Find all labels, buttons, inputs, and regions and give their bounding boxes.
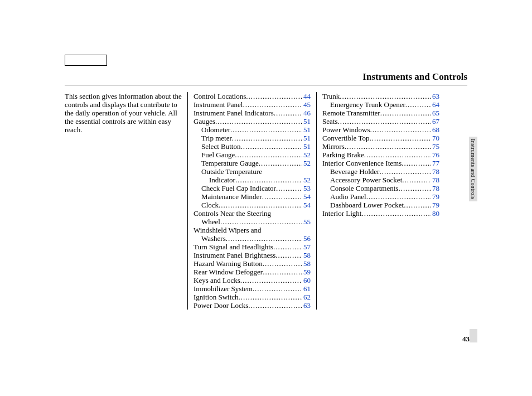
toc-entry[interactable]: Dashboard Lower Pocket79 xyxy=(322,201,439,209)
toc-entry[interactable]: Turn Signal and Headlights57 xyxy=(194,243,311,251)
toc-entry[interactable]: Audio Panel79 xyxy=(322,192,439,201)
toc-page[interactable]: 58 xyxy=(302,251,311,259)
toc-page[interactable]: 79 xyxy=(431,192,439,201)
toc-page[interactable]: 58 xyxy=(302,259,311,268)
toc-entry[interactable]: Keys and Locks60 xyxy=(194,276,311,284)
toc-page[interactable]: 80 xyxy=(431,209,439,218)
toc-entry[interactable]: Seats67 xyxy=(322,117,439,125)
toc-entry[interactable]: Beverage Holder78 xyxy=(322,167,439,176)
toc-entry[interactable]: Trunk63 xyxy=(322,92,439,100)
toc-page[interactable]: 78 xyxy=(431,167,439,176)
toc-entry[interactable]: Ignition Switch62 xyxy=(194,293,311,301)
toc-page[interactable]: 78 xyxy=(431,184,439,192)
toc-leader-dots xyxy=(248,301,302,310)
toc-page[interactable]: 52 xyxy=(302,176,311,184)
toc-page[interactable]: 51 xyxy=(302,134,311,142)
toc-page[interactable]: 52 xyxy=(302,159,311,167)
toc-page[interactable]: 63 xyxy=(302,301,311,310)
toc-label: Odometer xyxy=(201,125,230,134)
toc-leader-dots xyxy=(404,201,431,209)
toc-entry[interactable]: Wheel55 xyxy=(194,218,311,226)
toc-page[interactable]: 53 xyxy=(302,184,311,192)
toc-label: Temperature Gauge xyxy=(201,159,259,167)
toc-page[interactable]: 46 xyxy=(302,109,311,117)
toc-entry[interactable]: Interior Light80 xyxy=(322,209,439,218)
toc-entry[interactable]: Check Fuel Cap Indicator53 xyxy=(194,184,311,192)
toc-entry[interactable]: Console Compartments78 xyxy=(322,184,439,192)
toc-entry[interactable]: Washers56 xyxy=(194,234,311,243)
toc-label: Accessory Power Socket xyxy=(330,176,402,184)
toc-entry[interactable]: Maintenance Minder54 xyxy=(194,192,311,201)
toc-label: Check Fuel Cap Indicator xyxy=(201,184,276,192)
toc-page[interactable]: 77 xyxy=(431,159,439,167)
toc-entry[interactable]: Interior Convenience Items77 xyxy=(322,159,439,167)
toc-label: Rear Window Defogger xyxy=(194,268,263,276)
toc-page[interactable]: 44 xyxy=(302,92,311,100)
toc-leader-dots xyxy=(232,134,302,142)
toc-entry[interactable]: Instrument Panel45 xyxy=(194,100,311,109)
toc-entry[interactable]: Instrument Panel Indicators46 xyxy=(194,109,311,117)
toc-entry[interactable]: Odometer51 xyxy=(194,125,311,134)
toc-page[interactable]: 56 xyxy=(302,234,311,243)
toc-entry[interactable]: Fuel Gauge52 xyxy=(194,151,311,159)
toc-entry[interactable]: Accessory Power Socket78 xyxy=(322,176,439,184)
toc-entry[interactable]: Rear Window Defogger59 xyxy=(194,268,311,276)
toc-leader-dots xyxy=(380,109,431,117)
toc-page[interactable]: 75 xyxy=(431,142,439,151)
toc-page[interactable]: 55 xyxy=(302,218,311,226)
toc-entry[interactable]: Gauges51 xyxy=(194,117,311,125)
toc-page[interactable]: 54 xyxy=(302,201,311,209)
toc-entry[interactable]: Trip meter51 xyxy=(194,134,311,142)
toc-page[interactable]: 62 xyxy=(302,293,311,301)
toc-page[interactable]: 64 xyxy=(431,100,439,109)
toc-page[interactable]: 51 xyxy=(302,117,311,125)
toc-entry[interactable]: Parking Brake76 xyxy=(322,151,439,159)
toc-page[interactable]: 51 xyxy=(302,125,311,134)
toc-page[interactable]: 54 xyxy=(302,192,311,201)
toc-entry[interactable]: Control Locations44 xyxy=(194,92,311,100)
toc-entry[interactable]: Clock54 xyxy=(194,201,311,209)
toc-entry[interactable]: Select Button51 xyxy=(194,142,311,151)
toc-page[interactable]: 78 xyxy=(431,176,439,184)
toc-leader-dots xyxy=(364,151,431,159)
toc-page[interactable]: 65 xyxy=(431,109,439,117)
side-gray-marker xyxy=(470,329,477,342)
toc-page[interactable]: 60 xyxy=(302,276,311,284)
toc-page[interactable]: 67 xyxy=(431,117,439,125)
toc-leader-dots xyxy=(239,293,302,301)
toc-entry[interactable]: Temperature Gauge52 xyxy=(194,159,311,167)
toc-entry[interactable]: Emergency Trunk Opener64 xyxy=(322,100,439,109)
toc-entry[interactable]: Power Windows68 xyxy=(322,125,439,134)
toc-entry[interactable]: Convertible Top70 xyxy=(322,134,439,142)
toc-label: Dashboard Lower Pocket xyxy=(330,201,404,209)
toc-entry[interactable]: Indicator52 xyxy=(194,176,311,184)
toc-label: Emergency Trunk Opener xyxy=(330,100,405,109)
toc-leader-dots xyxy=(370,125,431,134)
toc-page[interactable]: 76 xyxy=(431,151,439,159)
toc-entry[interactable]: Instrument Panel Brightness58 xyxy=(194,251,311,259)
toc-entry[interactable]: Mirrors75 xyxy=(322,142,439,151)
toc-label: Turn Signal and Headlights xyxy=(194,243,273,251)
toc-label: Mirrors xyxy=(322,142,345,151)
toc-page[interactable]: 61 xyxy=(302,284,311,293)
toc-page[interactable]: 45 xyxy=(302,100,311,109)
toc-entry[interactable]: Hazard Warning Button58 xyxy=(194,259,311,268)
toc-entry[interactable]: Remote Transmitter65 xyxy=(322,109,439,117)
toc-entry[interactable]: Power Door Locks63 xyxy=(194,301,311,310)
content-columns: This section gives information about the… xyxy=(65,92,467,310)
toc-page[interactable]: 68 xyxy=(431,125,439,134)
toc-page[interactable]: 63 xyxy=(431,92,439,100)
toc-label: Keys and Locks xyxy=(194,276,240,284)
toc-page[interactable]: 70 xyxy=(431,134,439,142)
toc-label: Seats xyxy=(322,117,337,125)
toc-leader-dots xyxy=(402,159,431,167)
toc-page[interactable]: 52 xyxy=(302,151,311,159)
toc-label: Maintenance Minder xyxy=(201,192,262,201)
toc-label: Remote Transmitter xyxy=(322,109,380,117)
toc-page[interactable]: 79 xyxy=(431,201,439,209)
toc-page[interactable]: 59 xyxy=(302,268,311,276)
toc-page[interactable]: 51 xyxy=(302,142,311,151)
toc-entry[interactable]: Immobilizer System61 xyxy=(194,284,311,293)
toc-leader-dots xyxy=(398,184,431,192)
toc-page[interactable]: 57 xyxy=(302,243,311,251)
